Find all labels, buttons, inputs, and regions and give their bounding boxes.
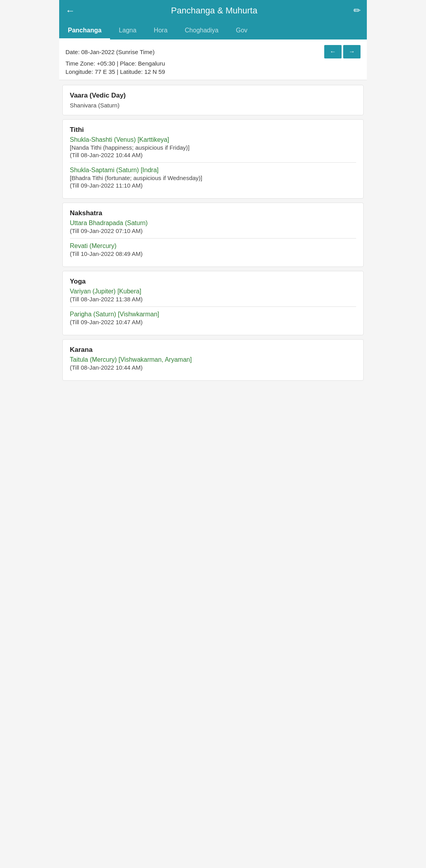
- tithi-link-1[interactable]: Shukla-Shashti (Venus) [Karttikeya]: [70, 136, 356, 143]
- yoga-section-2: Parigha (Saturn) [Vishwkarman] (Till 09-…: [70, 311, 356, 325]
- tab-panchanga[interactable]: Panchanga: [59, 21, 110, 39]
- page-title: Panchanga & Muhurta: [75, 6, 353, 16]
- edit-button[interactable]: ✏: [353, 6, 361, 16]
- yoga-section-1: Variyan (Jupiter) [Kubera] (Till 08-Jan-…: [70, 288, 356, 302]
- date-text: Date: 08-Jan-2022 (Sunrise Time): [65, 49, 155, 55]
- tithi-time-1: (Till 08-Jan-2022 10:44 AM): [70, 152, 356, 158]
- nakshatra-card: Nakshatra Uttara Bhadrapada (Saturn) (Ti…: [62, 203, 364, 267]
- tab-hora[interactable]: Hora: [145, 21, 176, 39]
- nakshatra-section-1: Uttara Bhadrapada (Saturn) (Till 09-Jan-…: [70, 220, 356, 234]
- tithi-link-2[interactable]: Shukla-Saptami (Saturn) [Indra]: [70, 167, 356, 174]
- yoga-title: Yoga: [70, 278, 356, 286]
- nakshatra-section-2: Revati (Mercury) (Till 10-Jan-2022 08:49…: [70, 242, 356, 257]
- prev-date-button[interactable]: ←: [324, 45, 342, 58]
- karana-time-1: (Till 08-Jan-2022 10:44 AM): [70, 364, 356, 371]
- tab-choghadiya[interactable]: Choghadiya: [176, 21, 227, 39]
- karana-section-1: Taitula (Mercury) [Vishwakarman, Aryaman…: [70, 356, 356, 371]
- next-date-button[interactable]: →: [343, 45, 361, 58]
- nakshatra-link-1[interactable]: Uttara Bhadrapada (Saturn): [70, 220, 356, 227]
- nakshatra-link-2[interactable]: Revati (Mercury): [70, 242, 356, 250]
- karana-card: Karana Taitula (Mercury) [Vishwakarman, …: [62, 339, 364, 381]
- back-button[interactable]: ←: [65, 6, 75, 15]
- tab-gov[interactable]: Gov: [227, 21, 256, 39]
- yoga-time-1: (Till 08-Jan-2022 11:38 AM): [70, 296, 356, 302]
- vaara-title: Vaara (Vedic Day): [70, 92, 356, 100]
- nakshatra-time-1: (Till 09-Jan-2022 07:10 AM): [70, 227, 356, 234]
- karana-title: Karana: [70, 346, 356, 354]
- nakshatra-time-2: (Till 10-Jan-2022 08:49 AM): [70, 250, 356, 257]
- tab-bar: Panchanga Lagna Hora Choghadiya Gov: [59, 21, 367, 39]
- tithi-card: Tithi Shukla-Shashti (Venus) [Karttikeya…: [62, 119, 364, 199]
- nakshatra-title: Nakshatra: [70, 209, 356, 217]
- tithi-divider: [70, 162, 356, 163]
- karana-link-1[interactable]: Taitula (Mercury) [Vishwakarman, Aryaman…: [70, 356, 356, 363]
- yoga-time-2: (Till 09-Jan-2022 10:47 AM): [70, 319, 356, 325]
- nakshatra-divider: [70, 238, 356, 239]
- tithi-detail-1: [Nanda Tithi (happiness; auspicious if F…: [70, 144, 356, 151]
- yoga-link-2[interactable]: Parigha (Saturn) [Vishwkarman]: [70, 311, 356, 318]
- yoga-divider: [70, 306, 356, 307]
- vaara-card: Vaara (Vedic Day) Shanivara (Saturn): [62, 85, 364, 115]
- content-area: Vaara (Vedic Day) Shanivara (Saturn) Tit…: [59, 80, 367, 389]
- nav-buttons: ← →: [324, 45, 361, 58]
- coords-text: Longitude: 77 E 35 | Latitude: 12 N 59: [65, 68, 361, 75]
- tab-lagna[interactable]: Lagna: [110, 21, 145, 39]
- tithi-detail-2: [Bhadra Tithi (fortunate; auspicious if …: [70, 175, 356, 181]
- tithi-section-1: Shukla-Shashti (Venus) [Karttikeya] [Nan…: [70, 136, 356, 158]
- tithi-time-2: (Till 09-Jan-2022 11:10 AM): [70, 182, 356, 189]
- vaara-value: Shanivara (Saturn): [70, 102, 356, 109]
- yoga-link-1[interactable]: Variyan (Jupiter) [Kubera]: [70, 288, 356, 295]
- tithi-section-2: Shukla-Saptami (Saturn) [Indra] [Bhadra …: [70, 167, 356, 189]
- tithi-title: Tithi: [70, 126, 356, 134]
- timezone-text: Time Zone: +05:30 | Place: Bengaluru: [65, 60, 361, 67]
- app-header: ← Panchanga & Muhurta ✏: [59, 0, 367, 21]
- date-bar: Date: 08-Jan-2022 (Sunrise Time) ← → Tim…: [59, 39, 367, 80]
- yoga-card: Yoga Variyan (Jupiter) [Kubera] (Till 08…: [62, 271, 364, 335]
